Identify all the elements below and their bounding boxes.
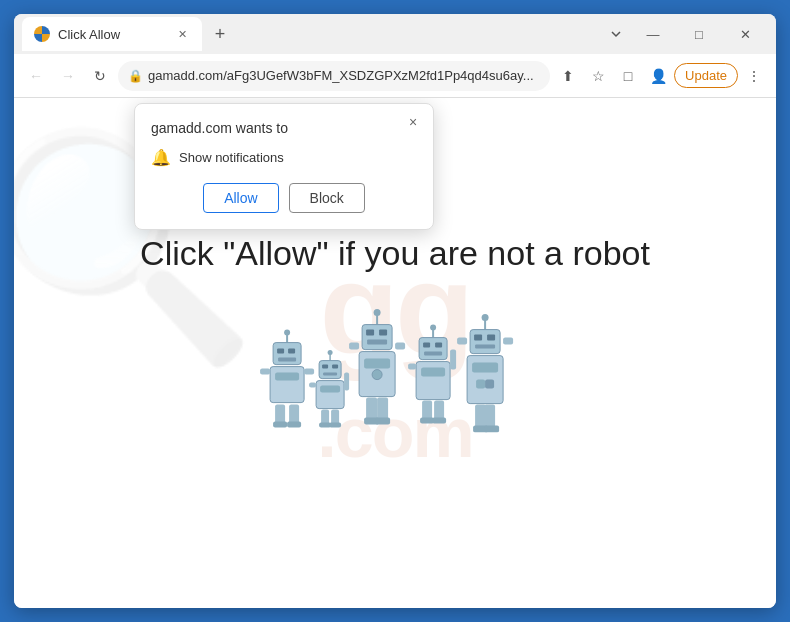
robots-illustration	[140, 303, 650, 433]
lock-icon: 🔒	[128, 69, 143, 83]
svg-point-15	[328, 350, 333, 355]
page-headline: Click "Allow" if you are not a robot	[140, 234, 650, 273]
profile-icon[interactable]: 👤	[644, 62, 672, 90]
svg-rect-3	[277, 349, 284, 354]
svg-rect-6	[270, 367, 304, 403]
svg-rect-64	[472, 363, 498, 373]
tab-close-button[interactable]: ✕	[174, 26, 190, 42]
svg-rect-60	[474, 335, 482, 341]
allow-button[interactable]: Allow	[203, 183, 278, 213]
refresh-button[interactable]: ↻	[86, 62, 114, 90]
svg-rect-49	[416, 362, 450, 400]
svg-rect-45	[419, 338, 447, 360]
svg-rect-56	[432, 418, 446, 424]
svg-rect-31	[366, 330, 374, 336]
svg-rect-67	[457, 338, 467, 345]
svg-rect-30	[362, 325, 392, 350]
svg-rect-23	[344, 373, 349, 391]
popup-notification-row: 🔔 Show notifications	[151, 148, 417, 167]
tab-menu-button[interactable]	[602, 20, 630, 48]
share-icon[interactable]: ⬆	[554, 62, 582, 90]
update-button[interactable]: Update	[674, 63, 738, 88]
svg-point-36	[372, 370, 382, 380]
svg-rect-38	[395, 343, 405, 350]
svg-rect-8	[260, 369, 270, 375]
more-options-icon[interactable]: ⋮	[740, 62, 768, 90]
title-bar: Click Allow ✕ + — □ ✕	[14, 14, 776, 54]
svg-rect-7	[275, 373, 299, 381]
svg-rect-22	[309, 383, 316, 388]
svg-rect-13	[287, 422, 301, 428]
svg-rect-18	[332, 365, 338, 369]
svg-rect-42	[375, 418, 390, 425]
svg-point-1	[284, 330, 290, 336]
svg-rect-61	[487, 335, 495, 341]
svg-rect-37	[349, 343, 359, 350]
bell-icon: 🔔	[151, 148, 171, 167]
svg-rect-20	[316, 381, 344, 409]
maximize-button[interactable]: □	[676, 18, 722, 50]
bookmark-icon[interactable]: ☆	[584, 62, 612, 90]
svg-point-58	[482, 314, 489, 321]
svg-rect-46	[423, 343, 430, 348]
svg-rect-50	[421, 368, 445, 377]
svg-rect-27	[329, 423, 341, 428]
svg-point-29	[374, 309, 381, 316]
forward-button[interactable]: →	[54, 62, 82, 90]
svg-rect-47	[435, 343, 442, 348]
svg-rect-52	[450, 350, 456, 370]
svg-rect-72	[484, 426, 499, 433]
svg-rect-32	[379, 330, 387, 336]
robots-svg	[255, 303, 535, 433]
popup-close-button[interactable]: ×	[403, 112, 423, 132]
minimize-button[interactable]: —	[630, 18, 676, 50]
new-tab-button[interactable]: +	[206, 20, 234, 48]
svg-point-44	[430, 325, 436, 331]
popup-title: gamadd.com wants to	[151, 120, 417, 136]
address-bar: ← → ↻ 🔒 gamadd.com/aFg3UGefW3bFM_XSDZGPX…	[14, 54, 776, 98]
svg-rect-21	[320, 386, 340, 393]
svg-rect-65	[476, 380, 485, 389]
tab-bar: Click Allow ✕ +	[22, 17, 602, 51]
notification-popup: × gamadd.com wants to 🔔 Show notificatio…	[134, 103, 434, 230]
svg-rect-12	[273, 422, 287, 428]
svg-rect-68	[503, 338, 513, 345]
svg-rect-59	[470, 330, 500, 354]
svg-rect-5	[278, 358, 296, 362]
notification-label: Show notifications	[179, 150, 284, 165]
svg-rect-62	[475, 345, 495, 349]
active-tab[interactable]: Click Allow ✕	[22, 17, 202, 51]
svg-rect-9	[304, 369, 314, 375]
close-button[interactable]: ✕	[722, 18, 768, 50]
tab-title: Click Allow	[58, 27, 166, 42]
svg-rect-55	[420, 418, 434, 424]
tab-favicon	[34, 26, 50, 42]
url-bar[interactable]: gamadd.com/aFg3UGefW3bFM_XSDZGPXzM2fd1Pp…	[118, 61, 550, 91]
back-button[interactable]: ←	[22, 62, 50, 90]
svg-rect-17	[322, 365, 328, 369]
extension-icon[interactable]: □	[614, 62, 642, 90]
svg-rect-51	[408, 364, 416, 370]
svg-rect-35	[364, 359, 390, 369]
svg-rect-48	[424, 352, 442, 356]
svg-rect-33	[367, 340, 387, 345]
browser-window: Click Allow ✕ + — □ ✕ ← → ↻ 🔒 gamadd.com…	[14, 14, 776, 608]
popup-buttons: Allow Block	[151, 183, 417, 213]
content-area: 🔍 gg .com × gamadd.com wants to 🔔 Show n…	[14, 98, 776, 608]
address-wrapper: 🔒 gamadd.com/aFg3UGefW3bFM_XSDZGPXzM2fd1…	[118, 61, 550, 91]
svg-rect-16	[319, 361, 341, 379]
toolbar-right: ⬆ ☆ □ 👤 Update ⋮	[554, 62, 768, 90]
svg-rect-19	[323, 373, 337, 376]
main-content: Click "Allow" if you are not a robot	[140, 234, 650, 433]
svg-rect-4	[288, 349, 295, 354]
svg-rect-66	[485, 380, 494, 389]
block-button[interactable]: Block	[289, 183, 365, 213]
